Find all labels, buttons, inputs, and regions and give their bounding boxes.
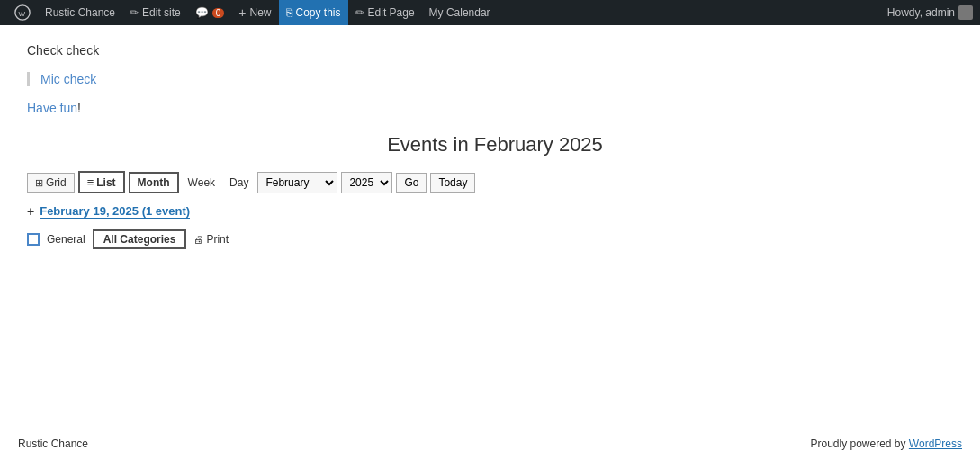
adminbar-edit-page[interactable]: ✏ Edit Page xyxy=(348,0,422,25)
edit-site-label: Edit site xyxy=(142,6,181,19)
new-label: New xyxy=(249,6,271,19)
copy-icon: ⎘ xyxy=(286,6,292,19)
all-categories-button[interactable]: All Categories xyxy=(93,230,187,249)
event-date-row: + February 19, 2025 (1 event) xyxy=(27,204,783,219)
calendar-category-icon xyxy=(27,233,40,246)
svg-text:W: W xyxy=(19,10,26,18)
grid-icon xyxy=(35,176,43,189)
print-icon xyxy=(193,233,203,246)
comment-icon: 💬 xyxy=(195,6,209,19)
week-label: Week xyxy=(188,176,215,189)
adminbar-comments[interactable]: 💬 0 xyxy=(188,0,232,25)
adminbar-new[interactable]: + New xyxy=(231,0,278,25)
category-row: General All Categories Print xyxy=(27,230,783,249)
edit-page-icon: ✏ xyxy=(355,6,364,19)
page-content: Check check Mic check Have fun! Events i… xyxy=(0,25,810,303)
mic-check-blockquote: Mic check xyxy=(27,72,783,86)
list-label: List xyxy=(96,176,115,189)
have-fun-text: Have fun! xyxy=(27,101,783,115)
events-title: Events in February 2025 xyxy=(207,133,783,157)
footer-brand: Rustic Chance xyxy=(18,437,88,450)
wordpress-link[interactable]: WordPress xyxy=(909,437,962,450)
year-select[interactable]: 2023 2024 2025 2026 xyxy=(341,172,392,194)
print-link[interactable]: Print xyxy=(193,233,229,246)
admin-avatar[interactable] xyxy=(958,5,973,20)
day-view-button[interactable]: Day xyxy=(224,174,254,192)
calendar-controls: Grid List Month Week Day January Februar… xyxy=(27,171,783,194)
week-view-button[interactable]: Week xyxy=(183,174,220,192)
check-check-text: Check check xyxy=(27,43,783,58)
today-button[interactable]: Today xyxy=(430,173,475,193)
print-label: Print xyxy=(206,233,229,246)
list-view-button[interactable]: List xyxy=(78,171,125,194)
powered-text: Proudly powered by xyxy=(810,437,905,450)
comment-count: 0 xyxy=(212,8,225,18)
footer-powered: Proudly powered by WordPress xyxy=(810,437,962,450)
general-category-label: General xyxy=(47,233,85,246)
go-button[interactable]: Go xyxy=(396,173,427,193)
adminbar-right: Howdy, admin xyxy=(887,5,973,20)
adminbar-copy-this[interactable]: ⎘ Copy this xyxy=(279,0,348,25)
edit-site-icon: ✏ xyxy=(130,6,139,19)
event-expand-button[interactable]: + xyxy=(27,204,34,219)
edit-page-label: Edit Page xyxy=(368,6,415,19)
month-label: Month xyxy=(138,176,170,189)
grid-label: Grid xyxy=(46,176,67,189)
copy-this-label: Copy this xyxy=(296,6,341,19)
footer: Rustic Chance Proudly powered by WordPre… xyxy=(0,428,980,459)
grid-view-button[interactable]: Grid xyxy=(27,173,75,193)
month-select[interactable]: January February March April May June Ju… xyxy=(257,172,337,194)
howdy-text: Howdy, admin xyxy=(887,6,955,19)
event-date-link[interactable]: February 19, 2025 (1 event) xyxy=(40,204,190,219)
admin-bar: W Rustic Chance ✏ Edit site 💬 0 + New ⎘ … xyxy=(0,0,980,25)
day-label: Day xyxy=(229,176,248,189)
month-view-button[interactable]: Month xyxy=(129,172,179,194)
adminbar-site-name[interactable]: Rustic Chance xyxy=(38,0,122,25)
adminbar-my-calendar[interactable]: My Calendar xyxy=(422,0,498,25)
adminbar-edit-site[interactable]: ✏ Edit site xyxy=(122,0,188,25)
adminbar-wp-logo[interactable]: W xyxy=(7,0,38,25)
new-plus-icon: + xyxy=(238,5,246,20)
list-icon xyxy=(87,176,94,189)
mic-check-text: Mic check xyxy=(40,72,96,86)
my-calendar-label: My Calendar xyxy=(429,6,490,19)
site-name-label: Rustic Chance xyxy=(45,6,115,19)
